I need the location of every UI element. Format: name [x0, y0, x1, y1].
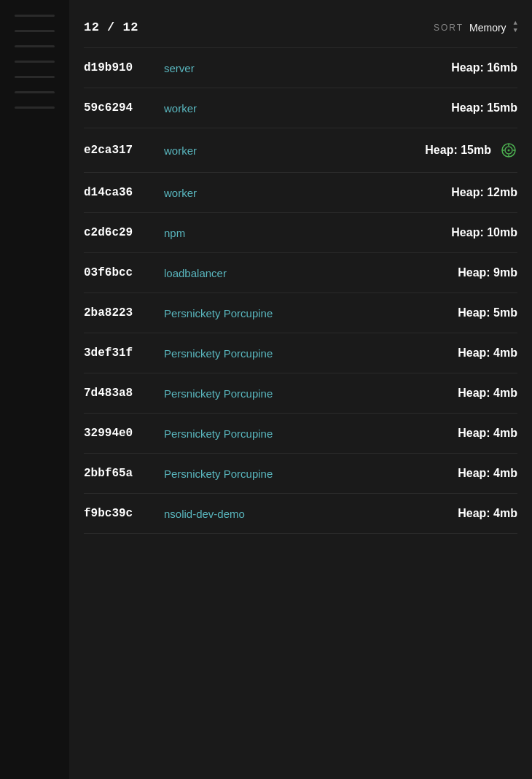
process-item[interactable]: f9bc39cnsolid-dev-demoHeap: 4mb	[84, 494, 517, 534]
process-left: 32994e0Persnickety Porcupine	[84, 427, 273, 440]
sort-container[interactable]: SORT Memory ▲ ▼	[434, 20, 517, 34]
process-left: e2ca317worker	[84, 144, 197, 157]
process-left: 7d483a8Persnickety Porcupine	[84, 387, 273, 400]
process-item[interactable]: d14ca36workerHeap: 12mb	[84, 173, 517, 213]
process-count: 12 / 12	[84, 20, 138, 34]
process-name: worker	[164, 102, 197, 115]
process-right: Heap: 4mb	[458, 507, 517, 520]
process-left: d14ca36worker	[84, 186, 197, 199]
heap-value: Heap: 5mb	[458, 306, 517, 319]
process-name: Persnickety Porcupine	[164, 307, 273, 319]
process-name: loadbalancer	[164, 267, 227, 279]
process-id: f9bc39c	[84, 507, 149, 520]
process-left: f9bc39cnsolid-dev-demo	[84, 507, 245, 520]
sidebar-line	[15, 91, 55, 93]
heap-value: Heap: 4mb	[458, 387, 517, 400]
target-icon[interactable]	[500, 142, 517, 159]
process-item[interactable]: 03f6bccloadbalancerHeap: 9mb	[84, 253, 517, 293]
process-item[interactable]: 32994e0Persnickety PorcupineHeap: 4mb	[84, 414, 517, 454]
process-name: Persnickety Porcupine	[164, 347, 273, 360]
process-right: Heap: 12mb	[451, 186, 517, 199]
process-id: 2ba8223	[84, 306, 149, 319]
process-item[interactable]: 59c6294workerHeap: 15mb	[84, 88, 517, 128]
process-right: Heap: 4mb	[458, 467, 517, 480]
app-layout: 12 / 12 SORT Memory ▲ ▼ d19b910serverHea…	[0, 0, 532, 779]
process-left: d19b910server	[84, 61, 195, 74]
process-right: Heap: 10mb	[451, 226, 517, 239]
heap-value: Heap: 10mb	[451, 226, 517, 239]
process-name: npm	[164, 227, 185, 239]
process-id: 03f6bcc	[84, 266, 149, 279]
process-right: Heap: 16mb	[451, 61, 517, 74]
process-name: Persnickety Porcupine	[164, 468, 273, 480]
process-id: 2bbf65a	[84, 467, 149, 480]
process-item[interactable]: 3def31fPersnickety PorcupineHeap: 4mb	[84, 333, 517, 373]
process-name: nsolid-dev-demo	[164, 508, 245, 520]
process-id: 3def31f	[84, 346, 149, 360]
sidebar-line	[15, 30, 55, 32]
process-item[interactable]: 2bbf65aPersnickety PorcupineHeap: 4mb	[84, 454, 517, 494]
process-left: 2ba8223Persnickety Porcupine	[84, 306, 273, 319]
process-name: server	[164, 62, 195, 74]
process-left: 3def31fPersnickety Porcupine	[84, 346, 273, 360]
process-id: 32994e0	[84, 427, 149, 440]
heap-value: Heap: 12mb	[451, 186, 517, 199]
sidebar-line	[15, 15, 55, 17]
heap-value: Heap: 4mb	[458, 467, 517, 480]
process-name: worker	[164, 187, 197, 199]
process-id: d19b910	[84, 61, 149, 74]
header-row: 12 / 12 SORT Memory ▲ ▼	[84, 0, 517, 48]
process-right: Heap: 9mb	[458, 266, 517, 279]
sidebar	[0, 0, 69, 779]
heap-value: Heap: 15mb	[425, 144, 491, 157]
process-left: 59c6294worker	[84, 101, 197, 115]
process-left: c2d6c29npm	[84, 226, 185, 239]
process-right: Heap: 4mb	[458, 427, 517, 440]
heap-value: Heap: 9mb	[458, 266, 517, 279]
process-right: Heap: 15mb	[451, 101, 517, 115]
process-name: worker	[164, 144, 197, 157]
svg-point-2	[508, 150, 510, 152]
main-content: 12 / 12 SORT Memory ▲ ▼ d19b910serverHea…	[69, 0, 532, 779]
heap-value: Heap: 16mb	[451, 61, 517, 74]
process-item[interactable]: e2ca317workerHeap: 15mb	[84, 128, 517, 173]
process-item[interactable]: d19b910serverHeap: 16mb	[84, 48, 517, 88]
sort-value: Memory	[469, 22, 506, 34]
process-id: e2ca317	[84, 144, 149, 157]
process-right: Heap: 5mb	[458, 306, 517, 319]
sidebar-line	[15, 106, 55, 109]
process-item[interactable]: 2ba8223Persnickety PorcupineHeap: 5mb	[84, 293, 517, 333]
sidebar-line	[15, 61, 55, 63]
process-left: 2bbf65aPersnickety Porcupine	[84, 467, 273, 480]
sort-arrow-up: ▲	[514, 20, 517, 27]
process-id: c2d6c29	[84, 226, 149, 239]
sort-arrow-down: ▼	[514, 28, 517, 34]
process-id: 59c6294	[84, 101, 149, 115]
sort-arrows[interactable]: ▲ ▼	[514, 20, 517, 34]
sort-label: SORT	[434, 23, 463, 33]
heap-value: Heap: 4mb	[458, 507, 517, 520]
process-name: Persnickety Porcupine	[164, 387, 273, 400]
process-right: Heap: 15mb	[425, 142, 517, 159]
process-right: Heap: 4mb	[458, 387, 517, 400]
process-item[interactable]: 7d483a8Persnickety PorcupineHeap: 4mb	[84, 373, 517, 414]
process-item[interactable]: c2d6c29npmHeap: 10mb	[84, 213, 517, 253]
process-id: d14ca36	[84, 186, 149, 199]
process-list: d19b910serverHeap: 16mb59c6294workerHeap…	[84, 48, 517, 534]
process-id: 7d483a8	[84, 387, 149, 400]
process-name: Persnickety Porcupine	[164, 427, 273, 440]
process-right: Heap: 4mb	[458, 346, 517, 360]
heap-value: Heap: 4mb	[458, 346, 517, 360]
heap-value: Heap: 4mb	[458, 427, 517, 440]
sidebar-line	[15, 76, 55, 78]
process-left: 03f6bccloadbalancer	[84, 266, 227, 279]
sidebar-line	[15, 45, 55, 47]
heap-value: Heap: 15mb	[451, 101, 517, 115]
